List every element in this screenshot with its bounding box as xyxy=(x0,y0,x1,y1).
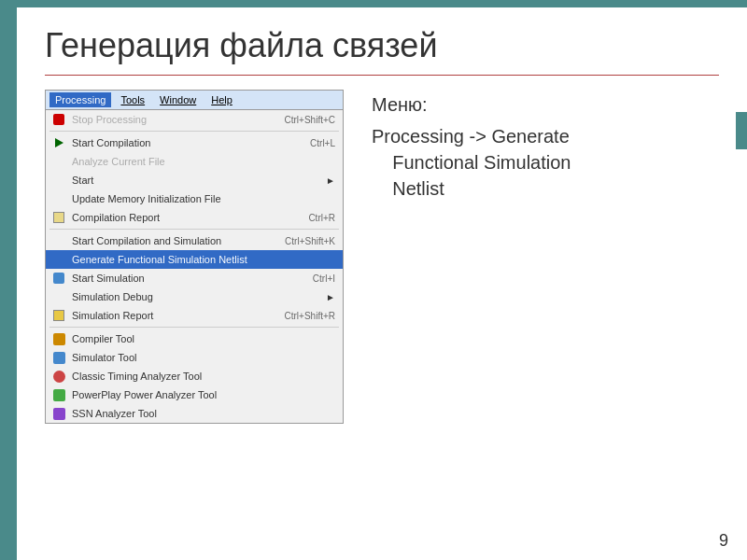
menu-compilation-report-label: Compilation Report xyxy=(72,212,289,223)
simulator-tool-icon xyxy=(51,350,66,365)
menu-start-comp-sim-shortcut: Ctrl+Shift+K xyxy=(285,236,335,246)
menu-generate-netlist[interactable]: Generate Functional Simulation Netlist xyxy=(46,250,343,269)
menu-generate-netlist-label: Generate Functional Simulation Netlist xyxy=(72,254,335,265)
menu-simulation-report[interactable]: Simulation Report Ctrl+Shift+R xyxy=(46,306,343,325)
menu-analyze-current-file[interactable]: Analyze Current File xyxy=(46,152,343,171)
left-accent-bar xyxy=(0,0,17,560)
title-divider xyxy=(45,75,719,76)
compiler-tool-label: Compiler Tool xyxy=(72,333,134,344)
timing-tool-label: Classic Timing Analyzer Tool xyxy=(72,371,202,382)
menu-simulation-report-shortcut: Ctrl+Shift+R xyxy=(285,311,335,321)
analyze-icon xyxy=(51,154,66,169)
stop-icon xyxy=(51,112,66,127)
power-tool-label: PowerPlay Power Analyzer Tool xyxy=(72,389,217,400)
right-panel: Меню: Processing -> Generate Functional … xyxy=(372,90,719,202)
menu-compilation-report-shortcut: Ctrl+R xyxy=(308,213,335,223)
menu-update-memory[interactable]: Update Memory Initialization File xyxy=(46,189,343,208)
menu-start-simulation[interactable]: Start Simulation Ctrl+I xyxy=(46,269,343,287)
start-icon xyxy=(51,173,66,188)
menu-start-simulation-shortcut: Ctrl+I xyxy=(313,273,335,284)
menubar-processing[interactable]: Processing xyxy=(49,92,111,107)
menu-analyze-label: Analyze Current File xyxy=(72,156,335,167)
menu-stop-label: Stop Processing xyxy=(72,114,266,125)
tool-power[interactable]: PowerPlay Power Analyzer Tool xyxy=(46,385,343,404)
power-tool-icon xyxy=(51,387,66,402)
menu-simulation-report-label: Simulation Report xyxy=(72,310,266,321)
menu-update-memory-label: Update Memory Initialization File xyxy=(72,193,335,204)
sim-debug-icon xyxy=(51,289,66,304)
menu-start-comp-sim-label: Start Compilation and Simulation xyxy=(72,235,266,246)
menu-simulation-debug-label: Simulation Debug xyxy=(72,291,326,302)
menubar-help[interactable]: Help xyxy=(205,92,238,107)
menu-stop-shortcut: Ctrl+Shift+C xyxy=(285,115,335,125)
tool-timing[interactable]: Classic Timing Analyzer Tool xyxy=(46,367,343,385)
sim-icon xyxy=(51,271,66,286)
menu-start[interactable]: Start ► xyxy=(46,171,343,189)
play-icon xyxy=(51,135,66,150)
separator-1 xyxy=(49,131,339,132)
menu-compilation-report[interactable]: Compilation Report Ctrl+R xyxy=(46,208,343,227)
separator-3 xyxy=(49,327,339,328)
sim-report-icon xyxy=(51,308,66,323)
top-accent-bar xyxy=(17,0,747,7)
main-layout: Processing Tools Window Help Stop Proces… xyxy=(45,90,719,424)
tool-compiler[interactable]: Compiler Tool xyxy=(46,329,343,348)
comp-sim-icon xyxy=(51,233,66,248)
timing-tool-icon xyxy=(51,369,66,384)
menu-screenshot: Processing Tools Window Help Stop Proces… xyxy=(45,90,344,424)
menu-start-compilation[interactable]: Start Compilation Ctrl+L xyxy=(46,133,343,152)
ssn-tool-label: SSN Analyzer Tool xyxy=(72,408,157,419)
tool-simulator[interactable]: Simulator Tool xyxy=(46,348,343,367)
separator-2 xyxy=(49,229,339,230)
menu-start-compilation-shortcut: Ctrl+L xyxy=(310,138,335,148)
menu-start-label: Start xyxy=(72,175,326,186)
ssn-tool-icon xyxy=(51,406,66,421)
menu-stop-processing[interactable]: Stop Processing Ctrl+Shift+C xyxy=(46,110,343,129)
menubar: Processing Tools Window Help xyxy=(46,91,343,110)
menu-label: Меню: xyxy=(372,94,719,116)
menubar-tools[interactable]: Tools xyxy=(115,92,150,107)
report-icon xyxy=(51,210,66,225)
update-icon xyxy=(51,191,66,206)
menu-start-compilation-simulation[interactable]: Start Compilation and Simulation Ctrl+Sh… xyxy=(46,231,343,250)
generate-icon xyxy=(51,252,66,267)
menu-description: Processing -> Generate Functional Simula… xyxy=(372,123,719,202)
menu-start-simulation-label: Start Simulation xyxy=(72,273,294,284)
slide-title: Генерация файла связей xyxy=(45,26,719,65)
compiler-tool-icon xyxy=(51,331,66,346)
menu-simulation-debug[interactable]: Simulation Debug ► xyxy=(46,287,343,306)
tool-ssn[interactable]: SSN Analyzer Tool xyxy=(46,404,343,423)
sim-debug-arrow-icon: ► xyxy=(326,292,335,302)
page-number: 9 xyxy=(719,531,728,551)
menubar-window[interactable]: Window xyxy=(154,92,202,107)
start-arrow-icon: ► xyxy=(326,175,335,186)
simulator-tool-label: Simulator Tool xyxy=(72,352,137,363)
menu-start-compilation-label: Start Compilation xyxy=(72,137,291,148)
